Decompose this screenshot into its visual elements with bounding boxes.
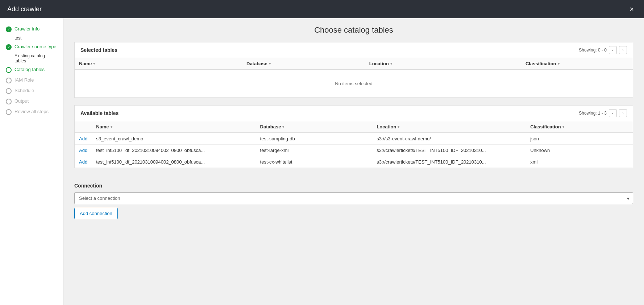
row-database-0: test-sampling-db bbox=[256, 133, 373, 145]
row-classification-2: xml bbox=[526, 156, 633, 168]
loc-sort-icon: ▾ bbox=[390, 62, 392, 66]
avail-loc-sort-icon: ▾ bbox=[398, 125, 399, 129]
sidebar-label-schedule: Schedule bbox=[14, 88, 34, 93]
available-tables-title: Available tables bbox=[80, 110, 119, 116]
circle-icon-review-all-steps bbox=[6, 109, 12, 115]
row-location-2: s3://crawlertickets/TEST_INT5100_IDF_202… bbox=[372, 156, 526, 168]
circle-icon-iam-role bbox=[6, 78, 12, 83]
table-row: Add test_int5100_idf_20210310094002_0800… bbox=[75, 145, 633, 156]
circle-icon-schedule bbox=[6, 88, 12, 94]
selected-tables-prev-button[interactable]: ‹ bbox=[609, 46, 617, 54]
available-tables-header: Available tables Showing: 1 - 3 ‹ › bbox=[75, 106, 633, 121]
sidebar-sub-crawler-info: test bbox=[0, 34, 63, 42]
add-connection-button[interactable]: Add connection bbox=[74, 208, 118, 219]
connection-section: Connection Select a connection Add conne… bbox=[74, 176, 633, 226]
sidebar-label-catalog-tables: Catalog tables bbox=[14, 67, 45, 72]
page-title: Choose catalog tables bbox=[74, 25, 633, 35]
available-col-header-name: Name ▾ bbox=[92, 121, 255, 133]
selected-col-header-database: Database ▾ bbox=[242, 58, 365, 70]
sidebar-item-output[interactable]: Output bbox=[0, 96, 63, 107]
connection-select-wrapper: Select a connection bbox=[74, 192, 633, 204]
sidebar-label-review-all-steps: Review all steps bbox=[14, 109, 49, 114]
sidebar-item-schedule[interactable]: Schedule bbox=[0, 86, 63, 96]
circle-icon-output bbox=[6, 99, 12, 104]
avail-name-sort-icon: ▾ bbox=[111, 125, 112, 129]
available-tables-section: Available tables Showing: 1 - 3 ‹ › bbox=[74, 105, 633, 168]
main-layout: Crawler info test Crawler source type Ex… bbox=[0, 18, 644, 305]
available-col-header-add bbox=[75, 121, 92, 133]
name-sort-icon: ▾ bbox=[93, 62, 95, 66]
selected-tables-section: Selected tables Showing: 0 - 0 ‹ › Name bbox=[74, 42, 633, 98]
row-location-0: s3://s3-event-crawl-demo/ bbox=[372, 133, 526, 145]
selected-col-header-classification: Classification ▾ bbox=[521, 58, 633, 70]
header-title: Add crawler bbox=[7, 5, 42, 13]
row-classification-1: Unknown bbox=[526, 145, 633, 156]
selected-tables-table: Name ▾ Database ▾ bbox=[75, 58, 633, 98]
selected-tables-next-button[interactable]: › bbox=[619, 46, 627, 54]
selected-tables-showing-area: Showing: 0 - 0 ‹ › bbox=[579, 46, 627, 54]
check-circle-icon-source-type bbox=[6, 44, 12, 50]
avail-db-sort-icon: ▾ bbox=[282, 125, 284, 129]
sidebar-label-iam-role: IAM Role bbox=[14, 77, 34, 83]
row-name-1: test_int5100_idf_20210310094002_0800_obf… bbox=[92, 145, 255, 156]
sidebar-item-iam-role[interactable]: IAM Role bbox=[0, 75, 63, 86]
sidebar-label-crawler-info: Crawler info bbox=[14, 26, 40, 32]
avail-class-sort-icon: ▾ bbox=[562, 125, 564, 129]
close-button[interactable]: × bbox=[627, 4, 637, 15]
available-tables-showing-text: Showing: 1 - 3 bbox=[579, 111, 607, 116]
check-circle-icon-crawler-info bbox=[6, 26, 12, 32]
available-tables-prev-button[interactable]: ‹ bbox=[609, 109, 617, 117]
selected-tables-title: Selected tables bbox=[80, 47, 117, 53]
selected-no-items-row: No items selected bbox=[75, 70, 633, 98]
row-name-2: test_int5100_idf_20210310094002_0800_obf… bbox=[92, 156, 255, 168]
add-link-row-1[interactable]: Add bbox=[79, 148, 87, 153]
add-link-row-2[interactable]: Add bbox=[79, 159, 87, 165]
available-col-header-location: Location ▾ bbox=[372, 121, 526, 133]
available-col-header-database: Database ▾ bbox=[256, 121, 373, 133]
content-area: Choose catalog tables Selected tables Sh… bbox=[63, 18, 644, 305]
sidebar-label-output: Output bbox=[14, 98, 29, 104]
selected-tables-showing-text: Showing: 0 - 0 bbox=[579, 48, 607, 53]
selected-tables-header: Selected tables Showing: 0 - 0 ‹ › bbox=[75, 42, 633, 58]
connection-select[interactable]: Select a connection bbox=[74, 192, 633, 204]
available-col-header-classification: Classification ▾ bbox=[526, 121, 633, 133]
sidebar-sub-crawler-source-type: Existing catalog tables bbox=[0, 52, 63, 65]
sidebar: Crawler info test Crawler source type Ex… bbox=[0, 18, 63, 305]
row-database-2: test-cx-whitelist bbox=[256, 156, 373, 168]
class-sort-icon: ▾ bbox=[558, 62, 560, 66]
sidebar-item-catalog-tables[interactable]: Catalog tables bbox=[0, 65, 63, 75]
db-sort-icon: ▾ bbox=[269, 62, 271, 66]
header: Add crawler × bbox=[0, 0, 644, 18]
sidebar-label-crawler-source-type: Crawler source type bbox=[14, 44, 57, 49]
row-name-0: s3_event_crawl_demo bbox=[92, 133, 255, 145]
selected-col-header-location: Location ▾ bbox=[365, 58, 521, 70]
sidebar-item-review-all-steps[interactable]: Review all steps bbox=[0, 107, 63, 117]
row-classification-0: json bbox=[526, 133, 633, 145]
table-row: Add test_int5100_idf_20210310094002_0800… bbox=[75, 156, 633, 168]
selected-col-header-name: Name ▾ bbox=[75, 58, 242, 70]
connection-label: Connection bbox=[74, 183, 633, 189]
table-row: Add s3_event_crawl_demo test-sampling-db… bbox=[75, 133, 633, 145]
row-location-1: s3://crawlertickets/TEST_INT5100_IDF_202… bbox=[372, 145, 526, 156]
add-link-row-0[interactable]: Add bbox=[79, 136, 87, 141]
sidebar-item-crawler-info[interactable]: Crawler info bbox=[0, 24, 63, 34]
available-tables-showing-area: Showing: 1 - 3 ‹ › bbox=[579, 109, 627, 117]
circle-icon-catalog-tables bbox=[6, 67, 12, 73]
available-tables-next-button[interactable]: › bbox=[619, 109, 627, 117]
no-items-text: No items selected bbox=[75, 70, 633, 98]
app-container: Add crawler × Crawler info test Crawler … bbox=[0, 0, 644, 305]
row-database-1: test-large-xml bbox=[256, 145, 373, 156]
available-tables-table: Name ▾ Database ▾ bbox=[75, 121, 633, 168]
sidebar-item-crawler-source-type[interactable]: Crawler source type bbox=[0, 42, 63, 52]
